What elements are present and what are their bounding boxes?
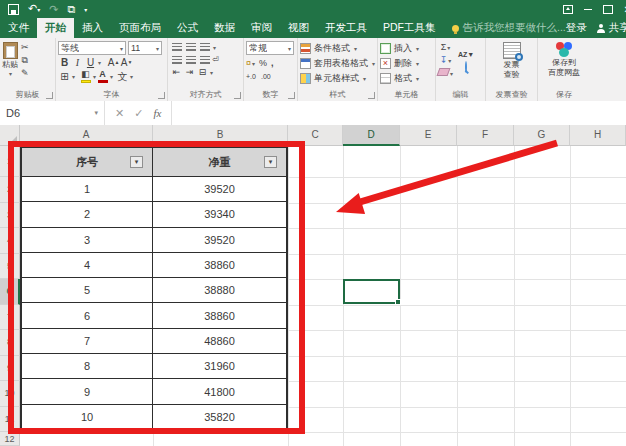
table-cell[interactable]: 8: [22, 354, 153, 379]
undo-icon[interactable]: ↶▾: [28, 3, 40, 16]
formula-input[interactable]: [172, 101, 626, 125]
save-icon[interactable]: [8, 4, 19, 15]
share-button[interactable]: 共享: [597, 21, 626, 35]
minimize-icon[interactable]: [584, 9, 592, 10]
filter-dropdown-icon[interactable]: ▾: [130, 156, 143, 168]
copy-icon[interactable]: ⧉: [21, 54, 29, 67]
comma-style-button[interactable]: ,: [271, 57, 274, 70]
table-header-cell[interactable]: 净重▾: [153, 148, 286, 177]
table-cell[interactable]: 4: [22, 253, 153, 278]
sign-in-button[interactable]: 登录: [566, 21, 587, 35]
borders-button[interactable]: ⊞: [58, 70, 71, 83]
table-cell[interactable]: 7: [22, 329, 153, 354]
decrease-font-size-button[interactable]: A▼: [120, 56, 133, 69]
increase-indent-icon[interactable]: ⇥: [183, 66, 196, 79]
maximize-icon[interactable]: [603, 5, 613, 14]
column-header-D[interactable]: D: [343, 125, 400, 146]
dialog-launcher-icon[interactable]: [158, 92, 165, 99]
select-all-corner[interactable]: [0, 125, 20, 146]
row-header-2[interactable]: 2: [0, 177, 20, 203]
row-header-12[interactable]: 12: [0, 432, 20, 446]
table-header-cell[interactable]: 序号▾: [22, 148, 153, 177]
format-as-table-button[interactable]: 套用表格格式▾: [300, 56, 375, 71]
align-right-icon[interactable]: [200, 56, 210, 64]
row-header-8[interactable]: 8: [0, 330, 20, 356]
tab-home[interactable]: 开始: [37, 18, 74, 38]
column-header-A[interactable]: A: [20, 125, 153, 146]
save-to-baidu-netdisk-button[interactable]: 保存到 百度网盘: [540, 42, 588, 77]
row-header-4[interactable]: 4: [0, 228, 20, 254]
insert-function-icon[interactable]: fx: [153, 107, 161, 119]
tab-view[interactable]: 视图: [280, 18, 317, 38]
table-cell[interactable]: 41800: [153, 379, 286, 404]
row-header-3[interactable]: 3: [0, 203, 20, 229]
redo-icon[interactable]: ↷: [49, 4, 58, 15]
table-cell[interactable]: 2: [22, 202, 153, 227]
row-header-5[interactable]: 5: [0, 254, 20, 280]
format-cells-button[interactable]: 格式▾: [380, 71, 433, 86]
column-header-B[interactable]: B: [153, 125, 288, 146]
fill-button[interactable]: ↧▾: [438, 54, 453, 67]
align-center-icon[interactable]: [186, 56, 196, 64]
decrease-indent-icon[interactable]: ⇤: [170, 66, 183, 79]
find-select-button[interactable]: [465, 61, 467, 74]
tab-data[interactable]: 数据: [206, 18, 243, 38]
font-size-dropdown[interactable]: 11 ▾: [128, 41, 162, 55]
cell-styles-button[interactable]: 单元格样式▾: [300, 71, 375, 86]
increase-decimal-button[interactable]: +.0: [246, 70, 256, 83]
wrap-text-icon[interactable]: ⏎: [212, 53, 219, 66]
row-header-1[interactable]: 1: [0, 146, 20, 177]
column-header-F[interactable]: F: [457, 125, 514, 146]
table-cell[interactable]: 9: [22, 379, 153, 404]
format-painter-icon[interactable]: ✎: [21, 67, 29, 80]
merge-center-icon[interactable]: ⊟: [196, 66, 209, 79]
underline-button[interactable]: U: [84, 56, 97, 69]
font-name-dropdown[interactable]: 等线 ▾: [58, 41, 126, 55]
dialog-launcher-icon[interactable]: [368, 92, 375, 99]
row-header-9[interactable]: 9: [0, 356, 20, 382]
tab-insert[interactable]: 插入: [74, 18, 111, 38]
row-header-6[interactable]: 6: [0, 279, 20, 305]
table-cell[interactable]: 35820: [153, 405, 286, 430]
tab-formulas[interactable]: 公式: [169, 18, 206, 38]
align-bottom-icon[interactable]: [200, 43, 210, 51]
dialog-launcher-icon[interactable]: [46, 92, 53, 99]
row-header-11[interactable]: 11: [0, 407, 20, 433]
tab-pdf-tools[interactable]: PDF工具集: [375, 18, 444, 38]
fill-color-button[interactable]: ◧: [79, 70, 92, 83]
column-header-E[interactable]: E: [400, 125, 457, 146]
increase-font-size-button[interactable]: A▲: [107, 56, 120, 69]
table-cell[interactable]: 1: [22, 177, 153, 202]
bold-button[interactable]: B: [58, 56, 71, 69]
insert-cells-button[interactable]: 插入▾: [380, 41, 433, 56]
tab-page-layout[interactable]: 页面布局: [111, 18, 169, 38]
decrease-decimal-button[interactable]: .00: [261, 70, 271, 83]
table-cell[interactable]: 10: [22, 405, 153, 430]
column-header-C[interactable]: C: [288, 125, 343, 146]
ribbon-display-options-icon[interactable]: [563, 5, 573, 14]
orientation-icon[interactable]: ▾: [213, 44, 216, 51]
table-cell[interactable]: 3: [22, 228, 153, 253]
italic-button[interactable]: I: [71, 56, 84, 69]
table-cell[interactable]: 39520: [153, 177, 286, 202]
table-cell[interactable]: 38860: [153, 303, 286, 328]
percent-style-button[interactable]: %: [259, 57, 267, 70]
table-cell[interactable]: 38860: [153, 253, 286, 278]
dialog-launcher-icon[interactable]: [234, 92, 241, 99]
tell-me-box[interactable]: 告诉我您想要做什么...: [452, 18, 566, 38]
worksheet-grid[interactable]: 序号▾净重▾1395202393403395204388605388806388…: [0, 125, 626, 446]
accounting-format-icon[interactable]: ¤▾: [246, 57, 255, 70]
tab-file[interactable]: 文件: [0, 18, 37, 38]
align-middle-icon[interactable]: [186, 43, 196, 51]
font-color-button[interactable]: A: [96, 70, 109, 83]
conditional-formatting-button[interactable]: 条件格式▾: [300, 41, 375, 56]
name-box[interactable]: D6 ▾: [0, 101, 105, 125]
table-cell[interactable]: 48860: [153, 329, 286, 354]
clear-button[interactable]: ▾: [438, 67, 453, 80]
row-header-7[interactable]: 7: [0, 305, 20, 331]
filter-dropdown-icon[interactable]: ▾: [264, 156, 277, 168]
phonetic-guide-button[interactable]: 文: [116, 70, 129, 83]
column-header-H[interactable]: H: [570, 125, 626, 146]
table-cell[interactable]: 38880: [153, 278, 286, 303]
row-header-10[interactable]: 10: [0, 381, 20, 407]
